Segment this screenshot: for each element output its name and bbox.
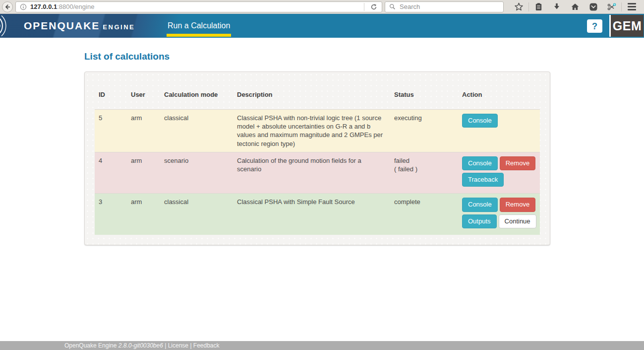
- screenshot-scissors-icon: [607, 2, 617, 11]
- status-text: complete: [394, 198, 454, 206]
- page-footer: OpenQuake Engine 2.8.0-git0030be6 | Lice…: [0, 341, 644, 350]
- pocket-icon: [589, 2, 598, 11]
- cell-user: arm: [127, 110, 160, 152]
- continue-button[interactable]: Continue: [499, 214, 536, 228]
- reload-icon: [370, 3, 377, 10]
- cell-action: ConsoleRemoveOutputsContinue: [458, 194, 540, 235]
- column-header-status: Status: [390, 86, 458, 103]
- reload-button[interactable]: [368, 2, 380, 12]
- cell-status: failed( failed ): [390, 152, 458, 194]
- cell-id: 5: [95, 110, 127, 152]
- cell-description: Classical PSHA with non-trivial logic tr…: [233, 110, 390, 152]
- download-icon: [553, 2, 561, 11]
- back-button[interactable]: [2, 1, 13, 12]
- action-button-row: Console: [462, 114, 536, 128]
- brand-name: OPENQUAKE: [24, 20, 100, 31]
- help-button[interactable]: ?: [587, 19, 602, 33]
- column-header-id: ID: [95, 86, 127, 103]
- table-row: 3 arm classical Classical PSHA with Simp…: [95, 193, 540, 235]
- footer-app-name: OpenQuake Engine: [64, 342, 117, 349]
- cell-user: arm: [127, 194, 160, 235]
- brand-text: OPENQUAKEENGINE: [24, 20, 135, 32]
- brand-subname: ENGINE: [103, 23, 135, 31]
- bookmark-star-icon: [514, 2, 524, 11]
- page-title: List of calculations: [84, 51, 644, 62]
- main-content: List of calculations ID User Calculation…: [0, 38, 644, 341]
- back-icon: [4, 3, 11, 10]
- cell-status: executing: [390, 110, 458, 152]
- cell-action: Console: [458, 110, 540, 152]
- url-host: 127.0.0.1: [30, 3, 57, 10]
- cell-status: complete: [390, 194, 458, 235]
- console-button[interactable]: Console: [462, 114, 498, 128]
- status-text: failed: [394, 156, 454, 165]
- toolbar-separator: [621, 2, 622, 11]
- remove-button[interactable]: Remove: [500, 156, 535, 170]
- openquake-brand: OPENQUAKEENGINE: [0, 14, 164, 37]
- column-header-user: User: [127, 86, 160, 103]
- table-header-row: ID User Calculation mode Description Sta…: [95, 82, 540, 109]
- column-header-description: Description: [233, 86, 390, 103]
- info-icon[interactable]: [20, 3, 27, 10]
- pocket-button[interactable]: [585, 1, 602, 13]
- table-body: 5 arm classical Classical PSHA with non-…: [95, 109, 540, 235]
- search-bar[interactable]: [385, 1, 504, 12]
- calculations-panel: ID User Calculation mode Description Sta…: [84, 71, 550, 245]
- status-text: executing: [394, 114, 454, 122]
- cell-calculation-mode: scenario: [160, 152, 233, 194]
- cell-description: Calculation of the ground motion fields …: [233, 152, 390, 194]
- search-icon: [389, 3, 396, 10]
- column-header-action: Action: [458, 86, 540, 103]
- bookmark-star-button[interactable]: [510, 1, 527, 13]
- app-header: OPENQUAKEENGINE Run a Calculation ? GEM: [0, 14, 644, 38]
- seismic-waves-logo-icon: [0, 14, 17, 37]
- cell-user: arm: [127, 152, 160, 194]
- footer-version: 2.8.0-git0030be6: [118, 342, 163, 349]
- table-row: 4 arm scenario Calculation of the ground…: [95, 152, 540, 194]
- cell-calculation-mode: classical: [160, 194, 233, 235]
- console-button[interactable]: Console: [462, 198, 498, 211]
- browser-toolbar: 127.0.0.1:8800/engine: [0, 0, 644, 14]
- action-button-row: OutputsContinue: [462, 214, 536, 228]
- table-row: 5 arm classical Classical PSHA with non-…: [95, 109, 540, 152]
- action-button-row: ConsoleRemove: [462, 198, 536, 211]
- address-bar[interactable]: 127.0.0.1:8800/engine: [15, 1, 382, 12]
- menu-icon: [628, 3, 636, 10]
- toolbar-icons: [510, 1, 640, 13]
- cell-description: Classical PSHA with Simple Fault Source: [233, 194, 390, 235]
- url-divider: [364, 3, 364, 11]
- cell-calculation-mode: classical: [160, 110, 233, 152]
- cell-id: 4: [95, 152, 127, 194]
- license-link[interactable]: License: [168, 342, 188, 349]
- cell-action: ConsoleRemoveTraceback: [458, 152, 540, 194]
- action-button-row: ConsoleRemove: [462, 156, 536, 170]
- url-path: :8800/engine: [57, 3, 94, 10]
- tab-run-a-calculation[interactable]: Run a Calculation: [167, 14, 231, 38]
- cell-id: 3: [95, 194, 127, 235]
- gem-logo[interactable]: GEM: [609, 15, 644, 37]
- reading-list-button[interactable]: [530, 1, 547, 13]
- search-input[interactable]: [399, 2, 499, 11]
- column-header-calculation-mode: Calculation mode: [160, 86, 233, 103]
- console-button[interactable]: Console: [462, 156, 498, 170]
- action-button-row: Traceback: [462, 173, 536, 187]
- downloads-button[interactable]: [548, 1, 565, 13]
- home-button[interactable]: [567, 1, 584, 13]
- remove-button[interactable]: Remove: [500, 198, 535, 211]
- status-text: ( failed ): [394, 165, 454, 173]
- menu-button[interactable]: [623, 1, 640, 13]
- feedback-link[interactable]: Feedback: [193, 342, 220, 349]
- screenshot-button[interactable]: [603, 1, 620, 13]
- url-text[interactable]: 127.0.0.1:8800/engine: [30, 3, 360, 10]
- home-icon: [571, 2, 580, 11]
- traceback-button[interactable]: Traceback: [462, 173, 504, 187]
- outputs-button[interactable]: Outputs: [462, 214, 497, 228]
- clipboard-icon: [534, 2, 543, 11]
- toolbar-separator: [528, 2, 529, 11]
